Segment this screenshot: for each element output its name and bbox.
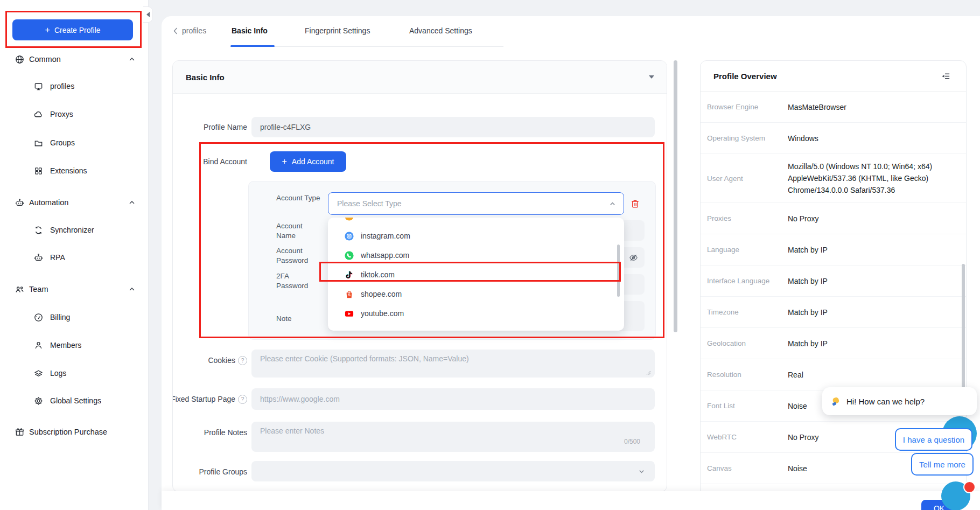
dialog-footer: OK <box>162 491 980 510</box>
tiktok-icon <box>344 270 354 280</box>
basic-info-header[interactable]: Basic Info <box>173 61 667 94</box>
dropdown-option-whatsapp[interactable]: whatsapp.com <box>328 246 624 265</box>
sidebar-section-label: Common <box>29 55 61 64</box>
collapse-section-icon[interactable] <box>649 75 654 79</box>
dropdown-option-youtube[interactable]: youtube.com <box>328 304 624 323</box>
waving-hand-icon <box>831 396 842 407</box>
chat-quick-reply-question[interactable]: I have a question <box>895 428 972 451</box>
chat-notification-badge <box>963 481 976 493</box>
collapse-panel-icon[interactable] <box>941 71 951 81</box>
resize-handle-icon[interactable] <box>646 370 651 375</box>
trash-icon[interactable] <box>629 198 641 209</box>
sidebar-section-common[interactable]: Common <box>0 51 148 67</box>
team-icon <box>15 284 25 295</box>
chat-quick-reply-tell-me-more[interactable]: Tell me more <box>911 453 974 476</box>
whatsapp-icon <box>344 250 354 261</box>
sidebar-collapse-toggle[interactable] <box>143 6 153 23</box>
monitor-icon <box>33 81 44 92</box>
basic-info-title: Basic Info <box>186 61 225 93</box>
fixed-startup-page-input[interactable] <box>251 388 655 410</box>
dropdown-option-label: youtube.com <box>361 309 404 318</box>
sidebar-item-label: Members <box>50 341 81 350</box>
tab-advanced-settings[interactable]: Advanced Settings <box>409 26 472 35</box>
overview-row-user-agent: User AgentMozilla/5.0 (Windows NT 10.0; … <box>701 154 966 203</box>
overview-row: GeolocationMatch by IP <box>701 328 966 359</box>
note-label: Note <box>276 314 323 324</box>
help-icon[interactable]: ? <box>238 356 247 365</box>
plus-icon: + <box>45 25 50 35</box>
sidebar-item-logs[interactable]: Logs <box>0 365 148 381</box>
overview-row: ResolutionReal <box>701 359 966 390</box>
fixed-startup-page-label: Fixed Startup Page ? <box>173 389 247 409</box>
account-type-select[interactable] <box>328 192 624 215</box>
back-to-profiles[interactable]: profiles <box>173 22 206 39</box>
sidebar-item-profiles[interactable]: profiles <box>0 78 148 94</box>
dropdown-option-shopee[interactable]: S shopee.com <box>328 284 624 304</box>
overview-row: Operating SystemWindows <box>701 123 966 154</box>
sidebar-item-label: Subscription Purchase <box>29 428 107 436</box>
sidebar-section-label: Automation <box>29 198 68 207</box>
dropdown-option-tiktok[interactable]: tiktok.com <box>328 265 624 284</box>
create-profile-button[interactable]: + Create Profile <box>12 19 133 40</box>
tab-fingerprint-settings[interactable]: Fingerprint Settings <box>305 26 370 35</box>
chevron-down-icon <box>638 468 645 475</box>
shopee-icon: S <box>344 289 354 299</box>
sidebar-item-synchronizer[interactable]: Synchronizer <box>0 222 148 238</box>
robot-icon <box>33 253 44 263</box>
dropdown-option-label: shopee.com <box>361 290 402 298</box>
add-account-button[interactable]: + Add Account <box>270 151 346 172</box>
profile-overview-title: Profile Overview <box>713 61 777 91</box>
account-type-label: Account Type <box>276 193 323 203</box>
gift-icon <box>15 427 25 437</box>
sync-icon <box>33 225 44 235</box>
sidebar-item-members[interactable]: Members <box>0 337 148 353</box>
chevron-up-icon <box>129 286 135 292</box>
tab-basic-info[interactable]: Basic Info <box>232 26 268 35</box>
cookies-textarea[interactable] <box>251 350 655 378</box>
gear-icon <box>33 396 44 406</box>
dropdown-option-instagram[interactable]: instagram.com <box>328 226 624 246</box>
help-icon[interactable]: ? <box>238 395 247 404</box>
twofa-password-label: 2FA Password <box>276 271 323 291</box>
eye-off-icon[interactable] <box>628 253 639 263</box>
dropdown-option-label: tiktok.com <box>361 270 395 279</box>
sidebar-item-groups[interactable]: Groups <box>0 135 148 151</box>
globe-icon <box>15 54 25 65</box>
sidebar-item-label: Logs <box>50 369 66 378</box>
sidebar-item-label: Billing <box>50 313 70 322</box>
profile-groups-select[interactable] <box>251 461 655 481</box>
sidebar-section-label: Team <box>29 285 48 294</box>
sidebar-section-team[interactable]: Team <box>0 281 148 297</box>
sidebar-item-global-settings[interactable]: Global Settings <box>0 393 148 409</box>
account-password-label: Account Password <box>276 246 323 266</box>
bind-account-label: Bind Account <box>173 151 247 172</box>
overview-row: ProxiesNo Proxy <box>701 203 966 234</box>
svg-text:S: S <box>348 293 351 297</box>
sidebar-item-label: profiles <box>50 82 74 90</box>
sidebar-item-label: RPA <box>50 253 65 262</box>
profile-notes-textarea[interactable] <box>251 422 655 452</box>
account-type-input[interactable] <box>328 199 609 208</box>
profile-name-input[interactable] <box>251 117 655 137</box>
dropdown-partial-option-icon <box>344 218 354 221</box>
dropdown-scrollbar[interactable] <box>617 244 620 297</box>
chat-greeting-text: Hi! How can we help? <box>846 397 925 406</box>
sidebar-item-extensions[interactable]: Extensions <box>0 163 148 179</box>
cloud-icon <box>33 109 44 120</box>
profile-groups-label: Profile Groups <box>173 462 247 481</box>
chevron-up-icon <box>129 199 135 206</box>
chat-greeting-bubble[interactable]: Hi! How can we help? <box>822 387 977 415</box>
back-link-label: profiles <box>182 26 206 35</box>
youtube-icon <box>344 309 354 319</box>
main-scrollbar[interactable] <box>674 60 677 332</box>
folder-icon <box>33 138 44 148</box>
sidebar-item-billing[interactable]: Billing <box>0 309 148 325</box>
sidebar-item-label: Extensions <box>50 166 87 175</box>
sidebar-item-proxys[interactable]: Proxys <box>0 106 148 122</box>
sidebar-item-rpa[interactable]: RPA <box>0 249 148 266</box>
sidebar-section-automation[interactable]: Automation <box>0 194 148 211</box>
profile-notes-label: Profile Notes <box>173 423 247 442</box>
overview-row: LanguageMatch by IP <box>701 234 966 266</box>
chevron-up-icon <box>609 200 616 207</box>
sidebar-item-subscription-purchase[interactable]: Subscription Purchase <box>0 424 148 440</box>
